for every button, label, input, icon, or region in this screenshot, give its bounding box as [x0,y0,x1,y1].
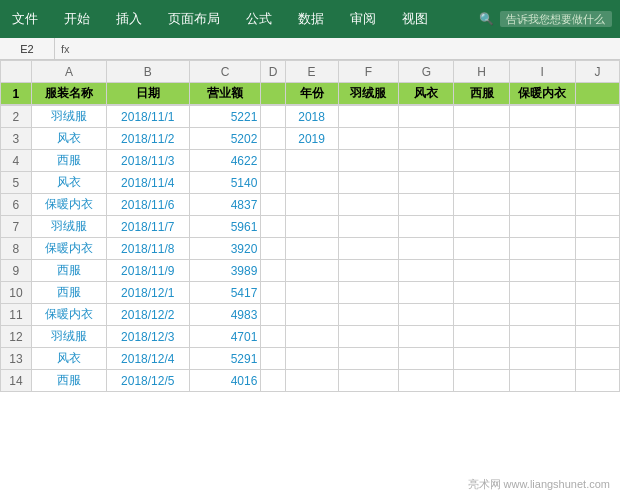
cell-D2[interactable] [261,106,285,128]
cell-I9[interactable] [509,260,575,282]
cell-H1[interactable]: 西服 [454,83,509,105]
cell-J14[interactable] [575,370,619,392]
cell-G4[interactable] [399,150,454,172]
menu-data[interactable]: 数据 [294,8,328,30]
cell-H9[interactable] [454,260,509,282]
cell-E10[interactable] [285,282,338,304]
cell-J3[interactable] [575,128,619,150]
cell-D4[interactable] [261,150,285,172]
cell-H5[interactable] [454,172,509,194]
cell-J10[interactable] [575,282,619,304]
cell-D7[interactable] [261,216,285,238]
cell-J9[interactable] [575,260,619,282]
row-num-5[interactable]: 5 [1,172,32,194]
cell-G7[interactable] [399,216,454,238]
cell-B12[interactable]: 2018/12/3 [106,326,189,348]
cell-H7[interactable] [454,216,509,238]
cell-B4[interactable]: 2018/11/3 [106,150,189,172]
cell-E3[interactable]: 2019 [285,128,338,150]
cell-I7[interactable] [509,216,575,238]
cell-C14[interactable]: 4016 [189,370,261,392]
menu-review[interactable]: 审阅 [346,8,380,30]
cell-D3[interactable] [261,128,285,150]
cell-E7[interactable] [285,216,338,238]
cell-E8[interactable] [285,238,338,260]
cell-G1[interactable]: 风衣 [399,83,454,105]
cell-H2[interactable] [454,106,509,128]
cell-A9[interactable]: 西服 [31,260,106,282]
cell-H4[interactable] [454,150,509,172]
row-num-6[interactable]: 6 [1,194,32,216]
cell-C9[interactable]: 3989 [189,260,261,282]
cell-D9[interactable] [261,260,285,282]
col-header-I[interactable]: I [509,61,575,83]
cell-F5[interactable] [338,172,399,194]
cell-A10[interactable]: 西服 [31,282,106,304]
col-header-B[interactable]: B [106,61,189,83]
cell-J7[interactable] [575,216,619,238]
cell-I5[interactable] [509,172,575,194]
cell-D1[interactable] [261,83,285,105]
cell-B3[interactable]: 2018/11/2 [106,128,189,150]
cell-I13[interactable] [509,348,575,370]
cell-C3[interactable]: 5202 [189,128,261,150]
cell-E6[interactable] [285,194,338,216]
cell-A13[interactable]: 风衣 [31,348,106,370]
cell-J13[interactable] [575,348,619,370]
cell-F10[interactable] [338,282,399,304]
cell-C5[interactable]: 5140 [189,172,261,194]
cell-E4[interactable] [285,150,338,172]
cell-C2[interactable]: 5221 [189,106,261,128]
cell-F1[interactable]: 羽绒服 [338,83,399,105]
col-header-E[interactable]: E [285,61,338,83]
cell-B2[interactable]: 2018/11/1 [106,106,189,128]
cell-A14[interactable]: 西服 [31,370,106,392]
cell-B11[interactable]: 2018/12/2 [106,304,189,326]
menu-home[interactable]: 开始 [60,8,94,30]
cell-J6[interactable] [575,194,619,216]
cell-C4[interactable]: 4622 [189,150,261,172]
cell-I10[interactable] [509,282,575,304]
cell-J5[interactable] [575,172,619,194]
row-num-12[interactable]: 12 [1,326,32,348]
row-num-11[interactable]: 11 [1,304,32,326]
cell-G12[interactable] [399,326,454,348]
cell-G5[interactable] [399,172,454,194]
cell-B7[interactable]: 2018/11/7 [106,216,189,238]
search-input[interactable] [506,13,606,25]
cell-F4[interactable] [338,150,399,172]
cell-F2[interactable] [338,106,399,128]
cell-G10[interactable] [399,282,454,304]
cell-A5[interactable]: 风衣 [31,172,106,194]
cell-C6[interactable]: 4837 [189,194,261,216]
col-header-H[interactable]: H [454,61,509,83]
search-box[interactable] [500,11,612,27]
cell-F12[interactable] [338,326,399,348]
col-header-F[interactable]: F [338,61,399,83]
cell-I3[interactable] [509,128,575,150]
cell-C12[interactable]: 4701 [189,326,261,348]
cell-D13[interactable] [261,348,285,370]
cell-I1[interactable]: 保暖内衣 [509,83,575,105]
cell-B10[interactable]: 2018/12/1 [106,282,189,304]
cell-H3[interactable] [454,128,509,150]
cell-C8[interactable]: 3920 [189,238,261,260]
row-num-2[interactable]: 2 [1,106,32,128]
cell-C7[interactable]: 5961 [189,216,261,238]
cell-G8[interactable] [399,238,454,260]
cell-H14[interactable] [454,370,509,392]
cell-E9[interactable] [285,260,338,282]
menu-view[interactable]: 视图 [398,8,432,30]
cell-F3[interactable] [338,128,399,150]
cell-J11[interactable] [575,304,619,326]
col-header-D[interactable]: D [261,61,285,83]
col-header-A[interactable]: A [31,61,106,83]
row-num-9[interactable]: 9 [1,260,32,282]
cell-F13[interactable] [338,348,399,370]
cell-I14[interactable] [509,370,575,392]
name-box[interactable]: E2 [0,38,55,59]
cell-B14[interactable]: 2018/12/5 [106,370,189,392]
cell-A1[interactable]: 服装名称 [31,83,106,105]
cell-D11[interactable] [261,304,285,326]
cell-A8[interactable]: 保暖内衣 [31,238,106,260]
